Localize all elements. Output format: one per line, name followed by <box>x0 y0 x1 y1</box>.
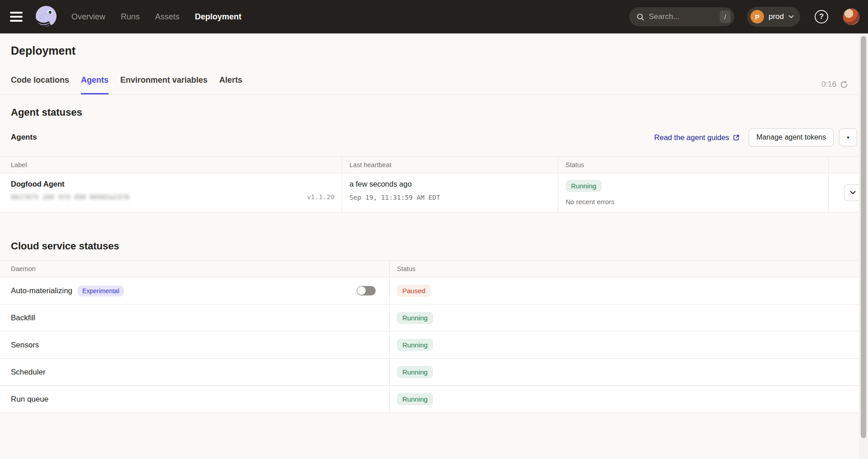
cloud-service-statuses-heading: Cloud service statuses <box>0 240 868 252</box>
daemon-name: Backfill <box>11 314 35 323</box>
hamburger-icon[interactable] <box>10 12 23 22</box>
deployment-switcher-label: prod <box>769 12 784 21</box>
tab-alerts[interactable]: Alerts <box>219 75 242 94</box>
agent-status-cell: Running No recent errors <box>558 173 829 212</box>
daemon-row-backfill: Backfill <box>0 304 390 332</box>
scrollbar-thumb[interactable] <box>861 36 866 438</box>
manage-agent-tokens-button[interactable]: Manage agent tokens <box>749 128 834 146</box>
column-header-status: Status <box>558 156 829 173</box>
daemon-status-cell: Running <box>390 304 868 332</box>
agent-label-cell: Dogfood Agent 8617875 208 979 d98 80902a… <box>0 173 342 212</box>
status-badge-paused: Paused <box>397 285 431 297</box>
agent-guides-link-label: Read the agent guides <box>654 133 729 142</box>
daemon-row-run-queue: Run queue <box>0 386 390 413</box>
user-avatar[interactable] <box>843 8 860 25</box>
status-badge-running: Running <box>397 366 433 378</box>
status-badge-running: Running <box>397 393 433 405</box>
daemon-status-cell: Paused <box>390 277 868 304</box>
daemon-row-auto-materializing: Auto-materializing Experimental <box>0 277 390 304</box>
agent-status-note: No recent errors <box>566 198 821 206</box>
daemon-status-cell: Running <box>390 386 868 413</box>
page-title: Deployment <box>11 44 868 57</box>
agent-actions-dropdown-button[interactable]: ▾ <box>839 128 857 146</box>
daemon-row-scheduler: Scheduler <box>0 359 390 386</box>
refresh-timer-value: 0:16 <box>821 80 836 89</box>
tab-environment-variables[interactable]: Environment variables <box>120 75 208 94</box>
daemon-status-cell: Running <box>390 359 868 386</box>
deployment-avatar: P <box>750 10 764 23</box>
agent-statuses-heading: Agent statuses <box>0 107 868 118</box>
refresh-timer: 0:16 <box>821 80 848 89</box>
search-icon <box>637 13 644 21</box>
search-shortcut-key: / <box>720 10 731 23</box>
status-badge-running: Running <box>397 312 433 324</box>
agents-subheading: Agents <box>11 133 37 142</box>
agents-table: Label Last heartbeat Status Dogfood Agen… <box>0 156 868 212</box>
nav-item-overview[interactable]: Overview <box>71 12 105 22</box>
heartbeat-timestamp: Sep 19, 11:31:59 AM EDT <box>349 194 551 201</box>
agent-name: Dogfood Agent <box>11 180 335 188</box>
nav-item-assets[interactable]: Assets <box>155 12 179 22</box>
chevron-down-icon <box>788 15 794 19</box>
search-box[interactable]: / <box>629 7 734 26</box>
agent-heartbeat-cell: a few seconds ago Sep 19, 11:31:59 AM ED… <box>342 173 558 212</box>
status-badge-running: Running <box>397 339 433 351</box>
help-icon[interactable]: ? <box>815 10 828 23</box>
daemon-name: Sensors <box>11 341 39 350</box>
column-header-daemon: Daemon <box>0 260 390 277</box>
search-input[interactable] <box>649 12 703 21</box>
nav-item-deployment[interactable]: Deployment <box>195 12 241 22</box>
deployment-switcher[interactable]: P prod <box>747 7 800 27</box>
agent-guides-link[interactable]: Read the agent guides <box>654 133 740 142</box>
daemon-table: Daemon Status Auto-materializing Experim… <box>0 260 868 413</box>
primary-nav: Overview Runs Assets Deployment <box>71 12 241 22</box>
agents-toolbar: Agents Read the agent guides Manage agen… <box>11 128 857 146</box>
deployment-tabs: Code locations Agents Environment variab… <box>0 75 868 95</box>
auto-materializing-toggle[interactable] <box>357 286 376 295</box>
heartbeat-relative: a few seconds ago <box>349 180 551 188</box>
agent-id-redacted: 8617875 208 979 d98 80902a2378 <box>11 193 129 201</box>
daemon-name: Scheduler <box>11 368 46 377</box>
dagster-octopus-icon <box>33 4 59 29</box>
column-header-daemon-status: Status <box>390 260 868 277</box>
dagster-logo[interactable] <box>33 4 59 29</box>
agent-version: v1.1.20 <box>307 193 335 201</box>
daemon-row-sensors: Sensors <box>0 332 390 359</box>
daemon-name: Auto-materializing <box>11 286 72 295</box>
daemon-status-cell: Running <box>390 332 868 359</box>
nav-item-runs[interactable]: Runs <box>121 12 140 22</box>
refresh-icon[interactable] <box>840 80 848 89</box>
tab-code-locations[interactable]: Code locations <box>11 75 69 94</box>
agent-status-badge: Running <box>566 180 602 192</box>
column-header-label: Label <box>0 156 342 173</box>
chevron-down-icon <box>850 191 856 195</box>
external-link-icon <box>733 134 740 141</box>
daemon-name: Run queue <box>11 395 48 404</box>
top-navbar: Overview Runs Assets Deployment / P prod… <box>0 0 868 33</box>
column-header-last-heartbeat: Last heartbeat <box>342 156 558 173</box>
experimental-badge: Experimental <box>78 286 124 296</box>
tab-agents[interactable]: Agents <box>81 75 108 94</box>
scrollbar-track[interactable] <box>859 33 868 459</box>
